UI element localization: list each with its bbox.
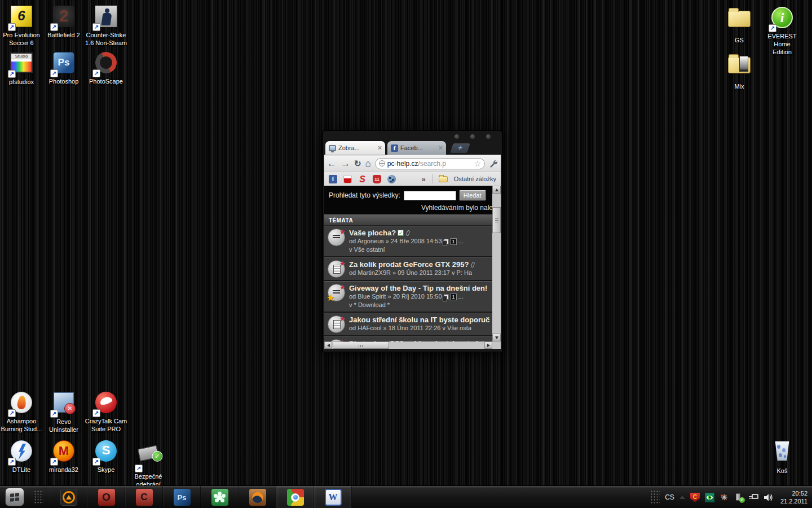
taskbar-photoshop[interactable]: Ps bbox=[163, 486, 201, 508]
shortcut-arrow-icon: ↗ bbox=[50, 23, 58, 31]
desktop-icon-battlefield2[interactable]: 2↗ Battlefield 2 bbox=[42, 5, 85, 39]
taskbar-aimp[interactable] bbox=[50, 486, 87, 508]
desktop-icon-everest[interactable]: i↗ EVEREST Home Edition bbox=[761, 6, 804, 56]
icon-label: Counter-Strike 1.6 Non-Steam bbox=[85, 31, 127, 47]
tab-close-icon[interactable]: × bbox=[376, 144, 382, 152]
topic-row[interactable]: ★★ Giveway of the Day - Tip na dnešní de… bbox=[324, 281, 492, 313]
topic-row[interactable]: ★ Jakou střední školu na IT byste doporu… bbox=[324, 313, 492, 336]
desktop-icon-mix-folder[interactable]: Mix bbox=[718, 52, 761, 90]
scroll-up-button[interactable] bbox=[492, 186, 501, 194]
safely-remove-usb-icon[interactable]: ✓ bbox=[734, 493, 744, 502]
wrench-menu-icon[interactable] bbox=[489, 159, 498, 168]
horizontal-scroll-thumb[interactable] bbox=[333, 341, 389, 349]
window-title-bar[interactable] bbox=[324, 131, 501, 139]
topic-title-link[interactable]: Za kolik prodat GeForce GTX 295? bbox=[349, 260, 469, 269]
start-button[interactable] bbox=[5, 488, 24, 506]
back-button[interactable]: ← bbox=[327, 158, 337, 169]
other-bookmarks-button[interactable]: Ostatní záložky bbox=[454, 176, 496, 182]
splat-tray-icon[interactable]: ✳ bbox=[720, 493, 729, 502]
network-icon[interactable] bbox=[749, 493, 758, 502]
taskbar-firefox[interactable] bbox=[239, 486, 276, 508]
bookmarks-overflow-chevron[interactable]: » bbox=[422, 175, 426, 183]
desktop-icon-crazytalk[interactable]: ↗ CrazyTalk Cam Suite PRO bbox=[85, 391, 127, 433]
taskbar-word[interactable]: W bbox=[314, 486, 352, 508]
show-hidden-icons-button[interactable] bbox=[679, 496, 685, 499]
topic-row[interactable]: ★ Photoshop CS3 nejde nainstalovat - Int… bbox=[324, 336, 492, 341]
icq-icon bbox=[211, 489, 228, 506]
tray-date: 21.2.2011 bbox=[780, 497, 807, 505]
forward-button[interactable]: → bbox=[341, 158, 350, 169]
desktop-icon-photoscape[interactable]: ↗ PhotoScape bbox=[85, 51, 127, 85]
topic-row[interactable]: ★ Vaše plocha?✓ od Argoneus » 24 Bře 200… bbox=[324, 226, 492, 257]
topic-row[interactable]: ★ Za kolik prodat GeForce GTX 295? od Ma… bbox=[324, 257, 492, 281]
bookmark-globe[interactable] bbox=[387, 175, 396, 183]
windows-logo-icon bbox=[10, 493, 19, 502]
desktop-icon-ashampoo[interactable]: ↗ Ashampoo Burning Stud... bbox=[0, 391, 43, 433]
horizontal-scrollbar[interactable] bbox=[324, 341, 492, 349]
address-bar[interactable]: pc-help.cz/search.p ☆ bbox=[375, 158, 485, 169]
desktop-icon-recycle-bin[interactable]: Koš bbox=[761, 439, 804, 475]
reload-button[interactable]: ↻ bbox=[354, 158, 361, 169]
desktop-icon-counterstrike[interactable]: ↗ Counter-Strike 1.6 Non-Steam bbox=[85, 5, 127, 47]
bookmark-s-logo[interactable]: S bbox=[358, 175, 367, 183]
topic-title-link[interactable]: Giveway of the Day - Tip na dnešní den! bbox=[349, 284, 487, 292]
bookmark-shield-11[interactable]: 11 bbox=[373, 175, 381, 183]
tab-strip: Zobra... × f Faceb... × + bbox=[324, 139, 501, 155]
taskbar-opera[interactable]: O bbox=[87, 486, 125, 508]
desktop-icon-gs-folder[interactable]: GS bbox=[718, 6, 761, 44]
desktop-icon-safe-remove[interactable]: ↗ Bezpečné odebrání bbox=[127, 441, 170, 488]
taskbar-chrome[interactable] bbox=[276, 486, 314, 508]
search-input[interactable] bbox=[404, 191, 456, 200]
favorite-star-icon: ★ bbox=[326, 292, 334, 303]
shortcut-arrow-icon: ↗ bbox=[135, 465, 143, 472]
icon-label: CrazyTalk Cam Suite PRO bbox=[85, 417, 127, 433]
vertical-scroll-thumb[interactable] bbox=[492, 207, 501, 233]
tab-label: Zobra... bbox=[338, 144, 376, 151]
window-minimize-button[interactable] bbox=[454, 134, 460, 139]
desktop-icon-photoshop[interactable]: Ps↗ Photoshop bbox=[42, 51, 85, 85]
desktop-icon-miranda[interactable]: M↗ miranda32 bbox=[42, 439, 85, 474]
scroll-down-button[interactable] bbox=[492, 334, 501, 341]
topic-author-date: od MartinZX9R » 09 Úno 2011 23:17 v P: H… bbox=[349, 269, 472, 277]
volume-icon[interactable] bbox=[764, 493, 773, 502]
topic-icon: ★ bbox=[328, 260, 345, 278]
window-close-button[interactable] bbox=[486, 134, 491, 139]
desktop-icon-pfstudiox[interactable]: Studio↗ pfstudiox bbox=[0, 51, 43, 86]
taskbar-apps: O C Ps W bbox=[50, 486, 352, 508]
page-number-badge[interactable]: 1 bbox=[451, 238, 457, 245]
vertical-scrollbar[interactable] bbox=[492, 186, 501, 341]
topic-title-link[interactable]: Jakou střední školu na IT byste doporuči bbox=[349, 316, 490, 324]
desktop-icon-pes6[interactable]: 6↗ Pro Evolution Soccer 6 bbox=[0, 5, 43, 47]
icon-label: DTLite bbox=[0, 466, 43, 474]
topic-title-link[interactable]: Vaše plocha? bbox=[349, 229, 396, 237]
clock[interactable]: 20:52 21.2.2011 bbox=[778, 489, 807, 505]
bookmark-youtube[interactable] bbox=[343, 175, 352, 183]
antivirus-shield-icon[interactable]: C bbox=[690, 493, 700, 502]
taskbar-cleaner[interactable]: C bbox=[125, 486, 163, 508]
desktop-icon-skype[interactable]: S↗ Skype bbox=[85, 439, 127, 474]
desktop-background: 6↗ Pro Evolution Soccer 6 2↗ Battlefield… bbox=[0, 0, 812, 485]
scroll-right-button[interactable] bbox=[484, 341, 492, 349]
tab-zobrazit[interactable]: Zobra... × bbox=[325, 141, 385, 155]
tab-facebook[interactable]: f Faceb... × bbox=[387, 141, 446, 155]
desktop-icon-dtlite[interactable]: ↗ DTLite bbox=[0, 439, 43, 474]
taskbar-separator-dots bbox=[34, 490, 43, 505]
taskbar-icq[interactable] bbox=[201, 486, 239, 508]
eye-tray-icon[interactable] bbox=[705, 493, 714, 502]
page-number-badge[interactable]: 1 bbox=[451, 294, 457, 300]
new-tab-button[interactable]: + bbox=[450, 143, 470, 153]
folder-icon bbox=[728, 11, 751, 27]
tab-close-icon[interactable]: × bbox=[436, 144, 443, 152]
scroll-left-button[interactable] bbox=[324, 341, 332, 349]
window-maximize-button[interactable] bbox=[470, 134, 475, 139]
home-button[interactable]: ⌂ bbox=[365, 158, 371, 169]
shortcut-arrow-icon: ↗ bbox=[50, 458, 58, 466]
bookmark-facebook[interactable]: f bbox=[329, 175, 337, 183]
folder-icon bbox=[728, 57, 751, 73]
topic-forum: v * Download * bbox=[349, 301, 390, 309]
language-indicator[interactable]: CS bbox=[665, 493, 674, 501]
search-submit-button[interactable]: Hledat bbox=[460, 190, 486, 200]
bookmark-star-icon[interactable]: ☆ bbox=[474, 159, 481, 168]
bookmarks-divider bbox=[432, 174, 433, 183]
desktop-icon-revo[interactable]: ↗ Revo Uninstaller bbox=[42, 391, 85, 433]
